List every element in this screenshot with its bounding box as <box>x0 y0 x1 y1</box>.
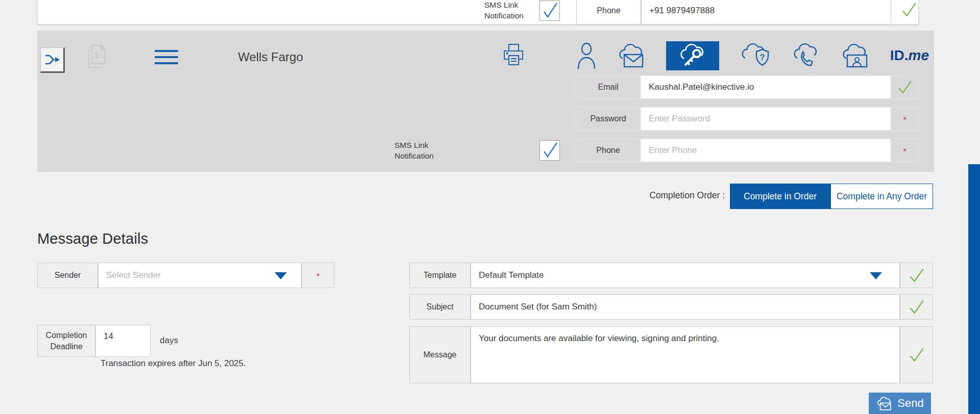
right-edge-accent-bar <box>968 164 980 414</box>
template-selected-value: Default Template <box>479 270 544 280</box>
print-option-icon[interactable] <box>503 43 524 67</box>
phone-required-marker: * <box>891 139 919 162</box>
send-button[interactable]: Send <box>869 393 931 414</box>
sms-label-line2: Notification <box>395 150 446 161</box>
person-icon[interactable] <box>577 42 596 69</box>
password-input[interactable]: Enter Password <box>641 107 891 131</box>
subject-label: Subject <box>409 294 471 320</box>
complete-in-order-button[interactable]: Complete in Order <box>730 184 830 209</box>
phone-field-row: Phone Enter Phone * <box>576 139 919 162</box>
recipient-card: 1 Wells Fargo <box>37 31 934 172</box>
sms-notification-checkbox[interactable] <box>540 1 560 21</box>
completion-deadline-row: Completion Deadline 14 <box>37 325 151 357</box>
template-select[interactable]: Default Template <box>471 263 900 288</box>
chevron-down-icon <box>870 272 882 279</box>
merge-arrow-icon <box>44 53 60 66</box>
recipient-name: Wells Fargo <box>194 50 347 64</box>
message-details-heading: Message Details <box>37 230 148 247</box>
sender-placeholder: Select Sender <box>106 270 161 280</box>
email-field-row: Email Kaushal.Patel@kinective.io <box>576 75 919 99</box>
password-required-marker: * <box>891 107 919 131</box>
sms-label-line1: SMS Link <box>395 140 446 150</box>
deadline-unit-label: days <box>160 335 178 346</box>
send-envelope-cloud-icon <box>876 397 893 410</box>
template-field-row: Template Default Template <box>409 263 933 288</box>
email-input[interactable]: Kaushal.Patel@kinective.io <box>641 75 891 99</box>
phone-cloud-icon[interactable] <box>792 43 820 68</box>
send-button-label: Send <box>897 397 923 410</box>
previous-recipient-row: SMS Link Notification Phone +91 98794978… <box>37 0 919 24</box>
completion-deadline-label: Completion Deadline <box>37 325 95 357</box>
phone-label: Phone <box>576 0 641 24</box>
svg-text:?: ? <box>760 53 765 62</box>
message-field-row: Message Your documents are available for… <box>409 326 933 383</box>
idme-logo-bold: ID. <box>890 47 909 64</box>
document-count-icon: 1 <box>85 44 108 70</box>
question-shield-cloud-icon[interactable]: ? <box>740 43 771 68</box>
sms-label-line2: Notification <box>484 10 524 21</box>
send-documents-page: SMS Link Notification Phone +91 98794978… <box>0 0 980 414</box>
idme-logo[interactable]: ID.me <box>890 47 929 64</box>
template-valid-check-icon <box>900 263 933 288</box>
reorder-handle-icon[interactable] <box>155 50 178 68</box>
completion-order-label: Completion Order : <box>587 190 725 201</box>
svg-text:1: 1 <box>94 50 100 61</box>
sms-link-notification-label: SMS Link Notification <box>484 0 524 21</box>
email-label: Email <box>576 75 641 99</box>
password-field-row: Password Enter Password * <box>576 107 919 131</box>
message-valid-check-icon <box>900 326 933 383</box>
complete-in-any-order-button[interactable]: Complete in Any Order <box>830 184 933 209</box>
subject-input[interactable]: Document Set (for Sam Smith) <box>471 294 900 320</box>
sms-link-notification-label: SMS Link Notification <box>395 140 446 161</box>
sender-select[interactable]: Select Sender <box>98 263 302 288</box>
idme-logo-italic: me <box>909 47 929 64</box>
subject-valid-check-icon <box>900 294 933 320</box>
deadline-label-line2: Deadline <box>50 341 82 352</box>
phone-field-row: Phone +91 9879497888 <box>576 0 891 24</box>
id-card-cloud-icon[interactable] <box>841 43 869 68</box>
email-valid-check-icon <box>891 75 919 99</box>
message-label: Message <box>409 326 471 383</box>
expiry-note: Transaction expires after Jun 5, 2025. <box>101 358 246 369</box>
key-cloud-icon[interactable] <box>666 41 719 70</box>
phone-input[interactable]: +91 9879497888 <box>641 0 891 24</box>
template-label: Template <box>409 263 471 288</box>
sms-label-line1: SMS Link <box>484 0 524 10</box>
message-textarea[interactable]: Your documents are available for viewing… <box>471 326 900 383</box>
chevron-down-icon <box>275 272 287 279</box>
valid-check-icon <box>901 2 917 18</box>
deadline-days-input[interactable]: 14 <box>95 325 151 357</box>
sender-field-row: Sender Select Sender * <box>37 263 334 288</box>
deadline-label-line1: Completion <box>46 330 87 341</box>
phone-label: Phone <box>576 139 641 162</box>
password-label: Password <box>576 107 641 131</box>
email-cloud-icon[interactable] <box>617 43 646 68</box>
collapse-recipient-button[interactable] <box>40 47 65 73</box>
subject-field-row: Subject Document Set (for Sam Smith) <box>409 294 933 320</box>
sender-required-marker: * <box>302 263 334 288</box>
phone-input[interactable]: Enter Phone <box>641 139 891 162</box>
sms-notification-checkbox[interactable] <box>540 140 560 161</box>
sender-label: Sender <box>37 263 98 288</box>
checkmark-icon <box>541 2 558 19</box>
auth-method-toolbar: ? ID.me <box>577 39 929 72</box>
checkmark-icon <box>541 142 558 159</box>
